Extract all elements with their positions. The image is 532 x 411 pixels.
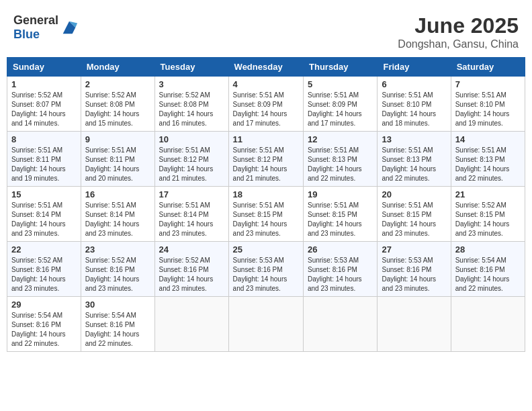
calendar-week-4: 22 Sunrise: 5:52 AM Sunset: 8:16 PM Dayl… bbox=[7, 242, 525, 297]
col-wednesday: Wednesday bbox=[228, 58, 303, 77]
calendar-cell: 23 Sunrise: 5:52 AM Sunset: 8:16 PM Dayl… bbox=[81, 242, 154, 297]
day-number: 1 bbox=[11, 79, 77, 89]
calendar-cell: 5 Sunrise: 5:51 AM Sunset: 8:09 PM Dayli… bbox=[304, 77, 378, 132]
day-number: 29 bbox=[11, 300, 77, 310]
day-info: Sunrise: 5:53 AM Sunset: 8:16 PM Dayligh… bbox=[382, 256, 446, 293]
day-info: Sunrise: 5:52 AM Sunset: 8:07 PM Dayligh… bbox=[11, 91, 77, 128]
logo: General Blue bbox=[13, 13, 79, 42]
calendar-cell: 29 Sunrise: 5:54 AM Sunset: 8:16 PM Dayl… bbox=[7, 297, 81, 352]
calendar-week-5: 29 Sunrise: 5:54 AM Sunset: 8:16 PM Dayl… bbox=[7, 297, 525, 352]
day-number: 17 bbox=[159, 189, 224, 199]
logo-general: General bbox=[13, 13, 58, 27]
day-number: 26 bbox=[308, 244, 373, 255]
day-number: 3 bbox=[159, 79, 224, 89]
day-number: 25 bbox=[233, 244, 299, 255]
day-info: Sunrise: 5:51 AM Sunset: 8:14 PM Dayligh… bbox=[159, 201, 224, 238]
calendar-cell: 27 Sunrise: 5:53 AM Sunset: 8:16 PM Dayl… bbox=[378, 242, 451, 297]
day-number: 19 bbox=[308, 189, 373, 199]
day-number: 13 bbox=[382, 134, 446, 144]
day-number: 22 bbox=[11, 244, 77, 255]
day-info: Sunrise: 5:52 AM Sunset: 8:15 PM Dayligh… bbox=[455, 201, 521, 238]
calendar-cell: 20 Sunrise: 5:51 AM Sunset: 8:15 PM Dayl… bbox=[378, 187, 451, 242]
day-number: 5 bbox=[308, 79, 373, 89]
day-number: 14 bbox=[455, 134, 521, 144]
calendar-cell: 24 Sunrise: 5:52 AM Sunset: 8:16 PM Dayl… bbox=[154, 242, 228, 297]
calendar-cell: 22 Sunrise: 5:52 AM Sunset: 8:16 PM Dayl… bbox=[7, 242, 81, 297]
day-info: Sunrise: 5:51 AM Sunset: 8:15 PM Dayligh… bbox=[308, 201, 373, 238]
calendar-cell bbox=[228, 297, 303, 352]
calendar-cell bbox=[378, 297, 451, 352]
day-info: Sunrise: 5:52 AM Sunset: 8:16 PM Dayligh… bbox=[159, 256, 224, 293]
calendar-cell: 13 Sunrise: 5:51 AM Sunset: 8:13 PM Dayl… bbox=[378, 132, 451, 187]
day-number: 24 bbox=[159, 244, 224, 255]
day-info: Sunrise: 5:51 AM Sunset: 8:14 PM Dayligh… bbox=[11, 201, 77, 238]
day-info: Sunrise: 5:52 AM Sunset: 8:16 PM Dayligh… bbox=[85, 256, 150, 293]
col-tuesday: Tuesday bbox=[154, 58, 228, 77]
col-thursday: Thursday bbox=[304, 58, 378, 77]
calendar-cell: 14 Sunrise: 5:51 AM Sunset: 8:13 PM Dayl… bbox=[451, 132, 525, 187]
calendar-cell: 21 Sunrise: 5:52 AM Sunset: 8:15 PM Dayl… bbox=[451, 187, 525, 242]
day-number: 27 bbox=[382, 244, 446, 255]
day-info: Sunrise: 5:52 AM Sunset: 8:16 PM Dayligh… bbox=[11, 256, 77, 293]
title-area: June 2025 Dongshan, Gansu, China bbox=[398, 13, 519, 50]
calendar-cell: 12 Sunrise: 5:51 AM Sunset: 8:13 PM Dayl… bbox=[304, 132, 378, 187]
day-info: Sunrise: 5:51 AM Sunset: 8:14 PM Dayligh… bbox=[85, 201, 150, 238]
day-info: Sunrise: 5:51 AM Sunset: 8:09 PM Dayligh… bbox=[308, 91, 373, 128]
calendar-cell: 18 Sunrise: 5:51 AM Sunset: 8:15 PM Dayl… bbox=[228, 187, 303, 242]
calendar-cell: 8 Sunrise: 5:51 AM Sunset: 8:11 PM Dayli… bbox=[7, 132, 81, 187]
calendar-week-3: 15 Sunrise: 5:51 AM Sunset: 8:14 PM Dayl… bbox=[7, 187, 525, 242]
day-info: Sunrise: 5:51 AM Sunset: 8:15 PM Dayligh… bbox=[382, 201, 446, 238]
calendar-cell: 4 Sunrise: 5:51 AM Sunset: 8:09 PM Dayli… bbox=[228, 77, 303, 132]
day-info: Sunrise: 5:54 AM Sunset: 8:16 PM Dayligh… bbox=[85, 311, 150, 349]
day-info: Sunrise: 5:51 AM Sunset: 8:09 PM Dayligh… bbox=[233, 91, 299, 128]
day-info: Sunrise: 5:51 AM Sunset: 8:12 PM Dayligh… bbox=[159, 146, 224, 183]
day-number: 28 bbox=[455, 244, 521, 255]
calendar-week-2: 8 Sunrise: 5:51 AM Sunset: 8:11 PM Dayli… bbox=[7, 132, 525, 187]
day-number: 2 bbox=[85, 79, 150, 89]
calendar-cell: 3 Sunrise: 5:52 AM Sunset: 8:08 PM Dayli… bbox=[154, 77, 228, 132]
day-number: 20 bbox=[382, 189, 446, 199]
day-info: Sunrise: 5:51 AM Sunset: 8:13 PM Dayligh… bbox=[455, 146, 521, 183]
day-number: 12 bbox=[308, 134, 373, 144]
day-info: Sunrise: 5:51 AM Sunset: 8:13 PM Dayligh… bbox=[308, 146, 373, 183]
day-number: 10 bbox=[159, 134, 224, 144]
day-info: Sunrise: 5:51 AM Sunset: 8:11 PM Dayligh… bbox=[11, 146, 77, 183]
day-number: 30 bbox=[85, 300, 150, 310]
day-number: 16 bbox=[85, 189, 150, 199]
calendar-cell bbox=[451, 297, 525, 352]
calendar-cell: 10 Sunrise: 5:51 AM Sunset: 8:12 PM Dayl… bbox=[154, 132, 228, 187]
calendar-cell: 30 Sunrise: 5:54 AM Sunset: 8:16 PM Dayl… bbox=[81, 297, 154, 352]
day-number: 7 bbox=[455, 79, 521, 89]
calendar-cell: 9 Sunrise: 5:51 AM Sunset: 8:11 PM Dayli… bbox=[81, 132, 154, 187]
calendar-cell: 2 Sunrise: 5:52 AM Sunset: 8:08 PM Dayli… bbox=[81, 77, 154, 132]
day-number: 21 bbox=[455, 189, 521, 199]
calendar-cell: 19 Sunrise: 5:51 AM Sunset: 8:15 PM Dayl… bbox=[304, 187, 378, 242]
day-info: Sunrise: 5:54 AM Sunset: 8:16 PM Dayligh… bbox=[455, 256, 521, 293]
day-number: 9 bbox=[85, 134, 150, 144]
calendar-cell: 16 Sunrise: 5:51 AM Sunset: 8:14 PM Dayl… bbox=[81, 187, 154, 242]
day-info: Sunrise: 5:54 AM Sunset: 8:16 PM Dayligh… bbox=[11, 311, 77, 349]
logo-icon bbox=[60, 18, 79, 37]
day-info: Sunrise: 5:51 AM Sunset: 8:10 PM Dayligh… bbox=[382, 91, 446, 128]
calendar-cell: 17 Sunrise: 5:51 AM Sunset: 8:14 PM Dayl… bbox=[154, 187, 228, 242]
day-info: Sunrise: 5:52 AM Sunset: 8:08 PM Dayligh… bbox=[159, 91, 224, 128]
col-friday: Friday bbox=[378, 58, 451, 77]
day-number: 6 bbox=[382, 79, 446, 89]
calendar-cell: 26 Sunrise: 5:53 AM Sunset: 8:16 PM Dayl… bbox=[304, 242, 378, 297]
calendar-cell: 7 Sunrise: 5:51 AM Sunset: 8:10 PM Dayli… bbox=[451, 77, 525, 132]
day-number: 23 bbox=[85, 244, 150, 255]
calendar-cell: 6 Sunrise: 5:51 AM Sunset: 8:10 PM Dayli… bbox=[378, 77, 451, 132]
day-number: 18 bbox=[233, 189, 299, 199]
calendar-cell: 25 Sunrise: 5:53 AM Sunset: 8:16 PM Dayl… bbox=[228, 242, 303, 297]
header: General Blue June 2025 Dongshan, Gansu, … bbox=[7, 7, 525, 54]
header-row: Sunday Monday Tuesday Wednesday Thursday… bbox=[7, 58, 525, 77]
day-info: Sunrise: 5:51 AM Sunset: 8:12 PM Dayligh… bbox=[233, 146, 299, 183]
month-title: June 2025 bbox=[398, 13, 519, 38]
day-number: 4 bbox=[233, 79, 299, 89]
calendar-cell: 15 Sunrise: 5:51 AM Sunset: 8:14 PM Dayl… bbox=[7, 187, 81, 242]
day-info: Sunrise: 5:51 AM Sunset: 8:13 PM Dayligh… bbox=[382, 146, 446, 183]
day-number: 11 bbox=[233, 134, 299, 144]
col-monday: Monday bbox=[81, 58, 154, 77]
col-sunday: Sunday bbox=[7, 58, 81, 77]
calendar-table: Sunday Monday Tuesday Wednesday Thursday… bbox=[7, 57, 525, 352]
